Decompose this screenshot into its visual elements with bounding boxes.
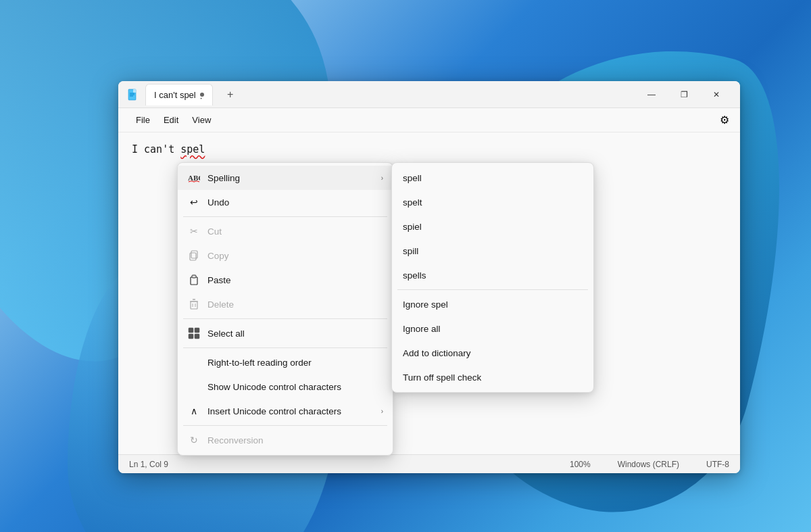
reconversion-icon: ↻	[187, 433, 201, 447]
new-tab-button[interactable]: +	[221, 85, 240, 104]
delete-label: Delete	[207, 299, 383, 310]
svg-rect-16	[195, 328, 199, 333]
paste-label: Paste	[207, 275, 383, 285]
select-all-label: Select all	[207, 329, 383, 339]
submenu-separator-1	[397, 289, 588, 290]
svg-text:ABC: ABC	[188, 174, 200, 182]
context-menu: ABC Spelling › ↩ Undo ✂ Cut Copy	[177, 162, 393, 456]
gear-icon: ⚙	[720, 114, 729, 126]
undo-label: Undo	[207, 197, 383, 208]
select-all-icon	[187, 327, 201, 340]
insert-unicode-label: Insert Unicode control characters	[207, 406, 374, 416]
minimize-button[interactable]: —	[636, 84, 667, 105]
context-menu-select-all[interactable]: Select all	[178, 321, 393, 345]
svg-rect-17	[189, 334, 193, 339]
zoom-level: 100%	[570, 460, 591, 469]
tab-current[interactable]: I can't spel ·	[145, 84, 213, 105]
separator-3	[183, 347, 387, 348]
suggestion-spells[interactable]: spells	[392, 263, 593, 287]
spelling-icon: ABC	[187, 171, 201, 185]
reconversion-label: Reconversion	[207, 435, 383, 445]
context-menu-insert-unicode[interactable]: ∧ Insert Unicode control characters ›	[178, 399, 393, 423]
menu-view[interactable]: View	[185, 112, 218, 128]
context-menu-reconversion[interactable]: ↻ Reconversion	[178, 428, 393, 452]
maximize-button[interactable]: ❐	[668, 84, 699, 105]
status-right: 100% Windows (CRLF) UTF-8	[570, 460, 729, 469]
title-bar: I can't spel · + — ❐ ✕	[118, 81, 740, 108]
suggestion-spill[interactable]: spill	[392, 239, 593, 263]
cursor-position: Ln 1, Col 9	[129, 460, 168, 469]
editor-text-prefix: I can't	[132, 143, 180, 155]
tab-unsaved-indicator: ·	[200, 93, 204, 97]
rtl-label: Right-to-left reading order	[207, 358, 383, 368]
cut-label: Cut	[207, 226, 383, 237]
context-menu-show-unicode[interactable]: Show Unicode control characters	[178, 374, 393, 399]
app-icon	[126, 88, 140, 101]
svg-rect-6	[191, 251, 197, 258]
spelling-arrow: ›	[381, 174, 383, 182]
paste-icon	[187, 273, 201, 287]
insert-unicode-icon: ∧	[187, 404, 201, 418]
action-add-to-dict[interactable]: Add to dictionary	[392, 341, 593, 365]
separator-2	[183, 318, 387, 319]
action-ignore-spel[interactable]: Ignore spel	[392, 292, 593, 316]
context-menu-rtl[interactable]: Right-to-left reading order	[178, 350, 393, 374]
suggestion-spelt[interactable]: spelt	[392, 190, 593, 214]
context-menu-undo[interactable]: ↩ Undo	[178, 190, 393, 214]
editor-text-misspelled: spel	[180, 143, 205, 155]
undo-icon: ↩	[187, 195, 201, 209]
spelling-submenu: spell spelt spiel spill spells Ignore sp…	[391, 162, 594, 393]
title-bar-left: I can't spel · +	[126, 84, 636, 105]
context-menu-spelling[interactable]: ABC Spelling ›	[178, 166, 393, 190]
svg-rect-8	[191, 277, 197, 285]
insert-unicode-arrow: ›	[381, 408, 383, 415]
show-unicode-label: Show Unicode control characters	[207, 382, 383, 392]
suggestion-spiel[interactable]: spiel	[392, 214, 593, 239]
settings-button[interactable]: ⚙	[720, 114, 729, 126]
context-menu-cut[interactable]: ✂ Cut	[178, 219, 393, 243]
svg-rect-18	[195, 334, 199, 339]
action-ignore-all[interactable]: Ignore all	[392, 316, 593, 341]
suggestion-spell[interactable]: spell	[392, 166, 593, 190]
context-menu-paste[interactable]: Paste	[178, 268, 393, 292]
separator-4	[183, 425, 387, 426]
spelling-label: Spelling	[207, 173, 374, 183]
copy-icon	[187, 249, 201, 262]
close-button[interactable]: ✕	[701, 84, 732, 105]
action-turn-off-spell-check[interactable]: Turn off spell check	[392, 365, 593, 389]
line-ending: Windows (CRLF)	[618, 460, 679, 469]
context-menu-copy[interactable]: Copy	[178, 243, 393, 268]
tab-label: I can't spel	[154, 90, 196, 100]
menu-bar: File Edit View ⚙	[118, 108, 740, 132]
show-unicode-icon	[187, 380, 201, 393]
svg-rect-15	[189, 328, 193, 333]
svg-rect-7	[190, 253, 196, 260]
menu-file[interactable]: File	[129, 112, 157, 128]
cut-icon: ✂	[187, 224, 201, 238]
delete-icon	[187, 297, 201, 311]
svg-rect-1	[133, 89, 136, 93]
window-controls: — ❐ ✕	[636, 84, 732, 105]
status-bar: Ln 1, Col 9 100% Windows (CRLF) UTF-8	[118, 454, 740, 473]
encoding: UTF-8	[706, 460, 729, 469]
context-menu-delete[interactable]: Delete	[178, 292, 393, 316]
svg-rect-9	[192, 275, 196, 278]
rtl-icon	[187, 356, 201, 369]
svg-rect-10	[191, 301, 197, 309]
copy-label: Copy	[207, 251, 383, 261]
separator-1	[183, 216, 387, 217]
menu-edit[interactable]: Edit	[157, 112, 185, 128]
